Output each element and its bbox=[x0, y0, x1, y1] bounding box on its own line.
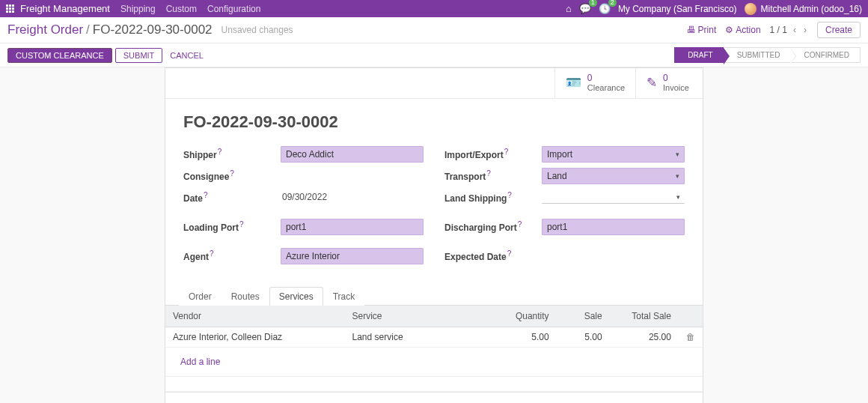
stat-buttons: 🪪 0 Clearance ✎ 0 Invoice bbox=[165, 68, 703, 99]
nav-shipping[interactable]: Shipping bbox=[120, 4, 156, 14]
col-vendor[interactable]: Vendor bbox=[165, 306, 345, 327]
cell-vendor[interactable]: Azure Interior, Colleen Diaz bbox=[165, 327, 345, 347]
add-line-button[interactable]: Add a line bbox=[173, 352, 227, 372]
col-quantity[interactable]: Quantity bbox=[492, 306, 557, 327]
form-sheet: 🪪 0 Clearance ✎ 0 Invoice FO-2022-09-30-… bbox=[165, 67, 703, 403]
app-title[interactable]: Freight Management bbox=[20, 3, 110, 14]
field-date[interactable]: 09/30/2022 bbox=[281, 190, 424, 205]
label-consignee: Consignee? bbox=[183, 169, 281, 182]
col-sale[interactable]: Sale bbox=[557, 306, 610, 327]
home-icon[interactable]: ⌂ bbox=[566, 3, 572, 14]
cell-sale[interactable]: 5.00 bbox=[557, 327, 610, 347]
cell-total-sale[interactable]: 25.00 bbox=[610, 327, 679, 347]
tabs: Order Routes Services Track bbox=[165, 287, 703, 306]
statusbar-row: CUSTOM CLEARANCE SUBMIT CANCEL DRAFT SUB… bbox=[0, 43, 868, 67]
label-land-shipping: Land Shipping? bbox=[444, 191, 542, 204]
field-agent[interactable]: Azure Interior bbox=[281, 248, 424, 264]
label-discharging-port: Discharging Port? bbox=[444, 220, 542, 233]
nav-menu: Shipping Custom Configuration bbox=[120, 4, 260, 14]
stat-invoice-label: Invoice bbox=[663, 83, 689, 93]
id-card-icon: 🪪 bbox=[566, 75, 581, 91]
label-agent: Agent? bbox=[183, 249, 281, 262]
chevron-down-icon: ▾ bbox=[676, 193, 680, 201]
status-confirmed[interactable]: CONFIRMED bbox=[790, 47, 861, 63]
activities-badge: 2 bbox=[608, 0, 617, 7]
field-consignee[interactable] bbox=[281, 173, 424, 178]
nav-configuration[interactable]: Configuration bbox=[207, 4, 260, 14]
record-title: FO-2022-09-30-0002 bbox=[183, 112, 685, 132]
field-import-export[interactable]: Import▾ bbox=[542, 146, 685, 163]
totals-box: Service Total Sale? : 25.00 bbox=[165, 392, 703, 403]
edit-icon: ✎ bbox=[647, 75, 657, 91]
topbar: Freight Management Shipping Custom Confi… bbox=[0, 0, 868, 17]
messages-icon[interactable]: 💬1 bbox=[579, 3, 591, 14]
breadcrumb-current: FO-2022-09-30-0002 bbox=[93, 22, 213, 37]
print-button[interactable]: 🖶 Print bbox=[687, 25, 717, 35]
breadcrumb-sep: / bbox=[86, 22, 90, 37]
pager-prev[interactable]: ‹ bbox=[792, 25, 798, 35]
field-loading-port[interactable]: port1 bbox=[281, 219, 424, 235]
create-button[interactable]: Create bbox=[817, 22, 861, 38]
action-button[interactable]: ⚙ Action bbox=[725, 25, 760, 35]
stat-invoice-count: 0 bbox=[663, 73, 689, 83]
col-service[interactable]: Service bbox=[345, 306, 493, 327]
col-total-sale[interactable]: Total Sale bbox=[610, 306, 679, 327]
field-shipper[interactable]: Deco Addict bbox=[281, 146, 424, 163]
form-right-col: Import/Export? Import▾ Transport? Land▾ … bbox=[444, 145, 685, 269]
control-panel: Freight Order / FO-2022-09-30-0002 Unsav… bbox=[0, 17, 868, 43]
user-name: Mitchell Admin (odoo_16) bbox=[761, 4, 862, 14]
stat-clearance-count: 0 bbox=[587, 73, 625, 83]
messages-badge: 1 bbox=[589, 0, 597, 7]
cell-service[interactable]: Land service bbox=[345, 327, 493, 347]
statusbar: DRAFT SUBMITTED CONFIRMED bbox=[674, 47, 861, 63]
field-land-shipping[interactable]: ▾ bbox=[542, 191, 685, 204]
status-draft[interactable]: DRAFT bbox=[674, 47, 723, 63]
avatar bbox=[745, 3, 757, 15]
breadcrumb-parent[interactable]: Freight Order bbox=[7, 22, 83, 37]
stat-clearance-label: Clearance bbox=[587, 83, 625, 93]
table-row[interactable]: Azure Interior, Colleen Diaz Land servic… bbox=[165, 327, 703, 347]
custom-clearance-button[interactable]: CUSTOM CLEARANCE bbox=[7, 48, 112, 63]
form-left-col: Shipper? Deco Addict Consignee? Date? 09… bbox=[183, 145, 424, 269]
tab-track[interactable]: Track bbox=[323, 287, 365, 306]
stat-clearance[interactable]: 🪪 0 Clearance bbox=[554, 68, 635, 98]
company-switcher[interactable]: My Company (San Francisco) bbox=[618, 4, 737, 14]
tab-routes[interactable]: Routes bbox=[221, 287, 269, 306]
field-expected-date[interactable] bbox=[542, 253, 685, 258]
cell-quantity[interactable]: 5.00 bbox=[492, 327, 557, 347]
stat-invoice[interactable]: ✎ 0 Invoice bbox=[635, 68, 703, 98]
topbar-right: ⌂ 💬1 🕓2 My Company (San Francisco) Mitch… bbox=[566, 3, 862, 15]
chevron-down-icon: ▾ bbox=[676, 151, 679, 158]
nav-custom[interactable]: Custom bbox=[166, 4, 197, 14]
label-import-export: Import/Export? bbox=[444, 148, 542, 160]
user-menu[interactable]: Mitchell Admin (odoo_16) bbox=[745, 3, 862, 15]
tab-services[interactable]: Services bbox=[269, 287, 323, 306]
sheet-background: 🪪 0 Clearance ✎ 0 Invoice FO-2022-09-30-… bbox=[0, 67, 868, 403]
services-table: Vendor Service Quantity Sale Total Sale … bbox=[165, 306, 703, 392]
label-expected-date: Expected Date? bbox=[444, 249, 542, 262]
label-date: Date? bbox=[183, 191, 281, 204]
cancel-button[interactable]: CANCEL bbox=[165, 49, 208, 62]
status-submitted[interactable]: SUBMITTED bbox=[724, 47, 791, 63]
trash-icon[interactable]: 🗑 bbox=[686, 332, 695, 342]
pager-next[interactable]: › bbox=[802, 25, 808, 35]
label-loading-port: Loading Port? bbox=[183, 220, 281, 233]
field-discharging-port[interactable]: port1 bbox=[542, 219, 685, 235]
pager: 1 / 1 ‹ › bbox=[770, 25, 808, 35]
pager-text: 1 / 1 bbox=[770, 25, 787, 35]
unsaved-indicator: Unsaved changes bbox=[221, 25, 293, 35]
label-shipper: Shipper? bbox=[183, 148, 281, 160]
activities-icon[interactable]: 🕓2 bbox=[599, 3, 611, 14]
apps-icon[interactable] bbox=[6, 4, 14, 13]
submit-button[interactable]: SUBMIT bbox=[115, 48, 163, 63]
tab-order[interactable]: Order bbox=[179, 287, 221, 306]
field-transport[interactable]: Land▾ bbox=[542, 168, 685, 184]
chevron-down-icon: ▾ bbox=[676, 172, 679, 180]
label-transport: Transport? bbox=[444, 169, 542, 182]
